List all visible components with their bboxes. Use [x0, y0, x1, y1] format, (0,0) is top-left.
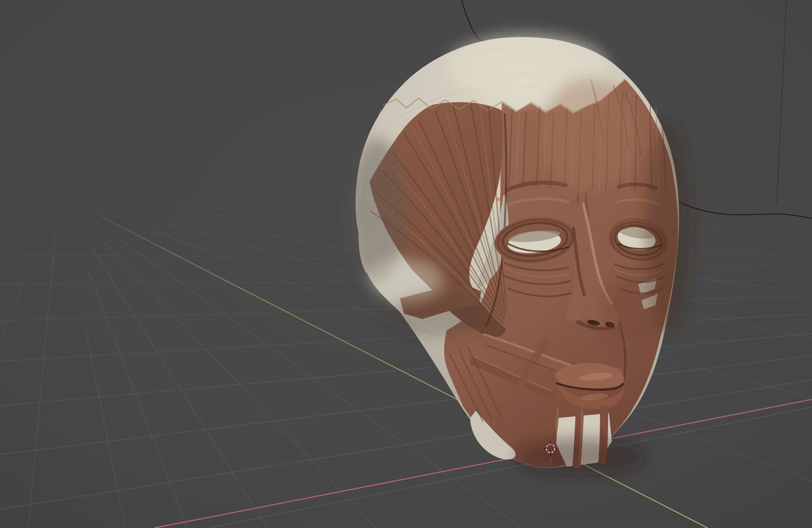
viewport-canvas[interactable] — [0, 0, 812, 528]
origin-dot — [497, 198, 500, 200]
3d-viewport[interactable] — [0, 0, 812, 528]
